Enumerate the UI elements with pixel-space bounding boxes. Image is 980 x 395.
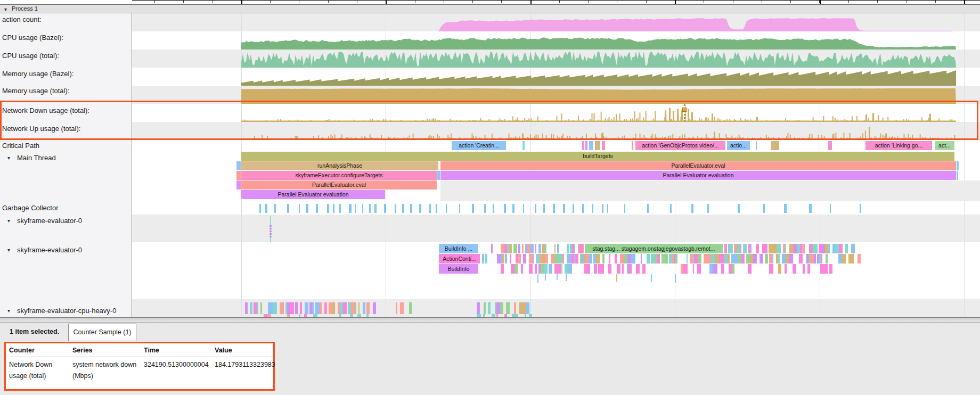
trace-span[interactable] [778, 254, 780, 264]
trace-span[interactable] [687, 254, 688, 264]
trace-span[interactable] [502, 254, 504, 264]
trace-span[interactable] [642, 264, 646, 274]
trace-span[interactable] [544, 264, 548, 274]
trace-span[interactable] [620, 254, 624, 264]
gc-tick[interactable] [592, 204, 594, 213]
trace-span[interactable] [729, 244, 733, 253]
gc-tick[interactable] [459, 204, 460, 213]
trace-span[interactable] [711, 254, 715, 264]
expander-icon[interactable]: ▾ [7, 247, 10, 253]
expander-icon[interactable]: ▾ [7, 155, 10, 161]
trace-span[interactable]: action 'Creatin... [452, 141, 506, 150]
trace-span[interactable] [794, 264, 796, 274]
trace-span[interactable] [586, 254, 590, 264]
trace-span-tick[interactable] [270, 225, 272, 238]
trace-span-tick[interactable] [582, 141, 584, 150]
gc-tick[interactable] [647, 204, 649, 213]
counter-chart-mem-bazel[interactable] [0, 68, 980, 86]
trace-span[interactable] [287, 302, 291, 314]
expander-icon[interactable]: ▾ [7, 218, 10, 224]
trace-span[interactable] [839, 244, 843, 253]
trace-span-tick[interactable] [957, 171, 958, 180]
gc-tick[interactable] [299, 204, 300, 213]
trace-span[interactable] [557, 274, 558, 280]
trace-span[interactable] [777, 244, 781, 253]
trace-span[interactable] [506, 302, 510, 314]
gc-tick[interactable] [349, 204, 352, 213]
trace-span[interactable] [789, 244, 793, 253]
gc-tick[interactable] [809, 204, 812, 213]
trace-span[interactable] [409, 302, 412, 314]
gc-tick[interactable] [830, 204, 831, 213]
trace-span[interactable] [835, 244, 839, 253]
trace-span[interactable] [549, 264, 552, 274]
gc-tick[interactable] [523, 204, 525, 213]
trace-span[interactable] [568, 264, 571, 274]
trace-span[interactable]: ParallelEvaluator.eval [241, 180, 437, 190]
counter-chart-cpu-total[interactable] [0, 50, 980, 68]
gc-tick[interactable] [582, 204, 584, 213]
trace-span-tick[interactable] [828, 141, 832, 150]
trace-span[interactable]: BuildInfo [439, 264, 478, 274]
trace-span-tick[interactable] [236, 171, 241, 180]
trace-span[interactable] [522, 244, 524, 253]
trace-span[interactable] [554, 244, 556, 253]
gc-tick[interactable] [535, 204, 536, 213]
trace-span[interactable] [724, 244, 727, 253]
trace-span[interactable]: act... [935, 141, 954, 150]
gc-tick[interactable] [355, 204, 356, 213]
gc-tick[interactable] [265, 204, 267, 213]
gc-tick[interactable] [436, 204, 437, 213]
trace-span[interactable] [485, 254, 487, 264]
trace-span[interactable] [561, 264, 563, 274]
trace-span[interactable] [245, 302, 248, 314]
trace-span[interactable] [675, 254, 677, 264]
trace-span[interactable] [523, 254, 526, 264]
trace-span[interactable]: ActionConti... [439, 254, 480, 264]
trace-span[interactable]: actio... [727, 141, 750, 150]
trace-span[interactable] [566, 274, 567, 281]
table-row[interactable]: Network Down usage (total) system networ… [6, 357, 273, 389]
sidebar-item-skyframe-evaluator-0[interactable]: ▾skyframe-evaluator-0 [0, 245, 132, 256]
trace-span[interactable]: Parallel Evaluator evaluation [241, 190, 385, 199]
trace-span-tick[interactable] [771, 141, 779, 150]
gc-tick[interactable] [607, 204, 608, 213]
sidebar-item-cpu-usage-bazel-[interactable]: CPU usage (Bazel): [0, 32, 132, 43]
sidebar-item-memory-usage-total-[interactable]: Memory usage (total): [0, 86, 132, 96]
gc-tick[interactable] [362, 204, 363, 213]
trace-span[interactable] [636, 264, 640, 274]
trace-span[interactable] [602, 254, 605, 264]
trace-span[interactable] [295, 302, 298, 314]
trace-span[interactable] [320, 302, 322, 314]
trace-span[interactable] [510, 254, 511, 264]
trace-span[interactable] [477, 302, 479, 314]
gc-tick[interactable] [624, 204, 625, 213]
trace-span[interactable]: ParallelEvaluator.eval [440, 161, 956, 170]
trace-span[interactable] [484, 302, 486, 314]
trace-span[interactable] [615, 254, 617, 264]
trace-span[interactable] [290, 302, 294, 314]
trace-span[interactable] [641, 254, 642, 264]
trace-span[interactable] [280, 302, 284, 314]
trace-span-tick[interactable] [236, 180, 241, 190]
expander-icon[interactable]: ▾ [7, 308, 10, 314]
trace-span[interactable] [828, 244, 830, 253]
trace-span[interactable] [694, 254, 698, 264]
trace-span[interactable] [740, 244, 742, 253]
sidebar-item-skyframe-evaluator-0[interactable]: ▾skyframe-evaluator-0 [0, 216, 132, 226]
trace-span[interactable] [772, 254, 773, 264]
trace-span[interactable] [826, 264, 828, 274]
trace-span[interactable] [511, 264, 514, 274]
trace-span[interactable] [753, 254, 756, 264]
trace-span[interactable] [825, 244, 829, 253]
gc-tick[interactable] [563, 204, 565, 213]
trace-span[interactable] [675, 274, 676, 283]
trace-span[interactable] [750, 244, 752, 253]
trace-span[interactable] [300, 302, 302, 314]
trace-span[interactable] [821, 254, 822, 264]
gc-tick[interactable] [259, 204, 261, 213]
trace-span[interactable] [545, 274, 546, 281]
gc-tick[interactable] [784, 204, 786, 213]
trace-span[interactable] [332, 302, 335, 314]
trace-span[interactable] [750, 254, 754, 264]
